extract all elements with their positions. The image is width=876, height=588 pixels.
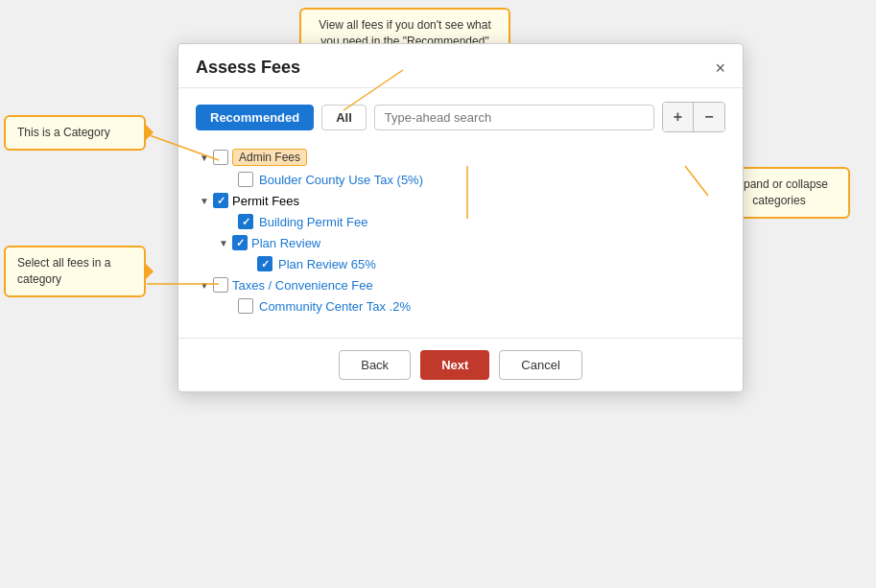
category-plan-review: ▼ Plan Review [219,232,725,253]
triangle-plan-review[interactable]: ▼ [219,238,228,248]
category-admin-fees: ▼ Admin Fees [200,146,725,169]
modal-footer: Back Next Cancel [178,338,743,391]
tab-all[interactable]: All [321,105,367,130]
checkbox-building-permit[interactable] [238,214,253,229]
collapse-button[interactable]: − [694,103,724,131]
fee-boulder-county: Boulder County Use Tax (5%) [238,169,725,190]
checkbox-plan-review-65[interactable] [257,256,272,271]
fee-label-building-permit[interactable]: Building Permit Fee [259,215,367,229]
expand-collapse-buttons: + − [662,102,725,132]
category-taxes: ▼ Taxes / Convenience Fee [200,274,725,295]
tab-recommended[interactable]: Recommended [196,105,314,130]
checkbox-taxes[interactable] [213,277,228,293]
search-input[interactable] [374,105,654,130]
modal-header: Assess Fees × [178,44,743,88]
category-permit-fees: ▼ Permit Fees [200,190,725,211]
cancel-button[interactable]: Cancel [499,350,581,380]
triangle-permit-fees[interactable]: ▼ [200,196,209,206]
fee-building-permit: Building Permit Fee [238,211,725,232]
expand-button[interactable]: + [663,103,694,131]
fee-plan-review-65: Plan Review 65% [257,253,725,274]
fee-community-center-tax: Community Center Tax .2% [238,295,725,317]
tooltip-select-fees: Select all fees in a category [4,246,146,297]
checkbox-boulder-county[interactable] [238,172,253,187]
fee-label-plan-review-65[interactable]: Plan Review 65% [278,257,376,271]
back-button[interactable]: Back [339,350,411,380]
admin-fees-label: Admin Fees [232,149,307,166]
tooltip-category: This is a Category [4,115,146,151]
fee-label-community-center-tax[interactable]: Community Center Tax .2% [259,299,411,314]
close-button[interactable]: × [715,59,725,77]
permit-fees-label: Permit Fees [232,194,299,208]
checkbox-community-center-tax[interactable] [238,298,253,314]
modal-body: Recommended All + − ▼ Admin Fees Boulder… [178,88,743,330]
modal-title: Assess Fees [196,58,300,78]
triangle-admin-fees[interactable]: ▼ [200,153,209,163]
checkbox-permit-fees[interactable] [213,193,228,208]
taxes-label: Taxes / Convenience Fee [232,278,373,293]
plan-review-label: Plan Review [251,236,320,250]
checkbox-plan-review[interactable] [232,235,248,250]
assess-fees-modal: Assess Fees × Recommended All + − ▼ Admi… [178,43,744,392]
tab-row: Recommended All + − [196,102,725,132]
checkbox-admin-fees[interactable] [213,150,228,165]
fee-tree: ▼ Admin Fees Boulder County Use Tax (5%)… [200,146,725,317]
triangle-taxes[interactable]: ▼ [200,280,209,291]
fee-label-boulder-county[interactable]: Boulder County Use Tax (5%) [259,173,423,187]
next-button[interactable]: Next [420,350,489,380]
